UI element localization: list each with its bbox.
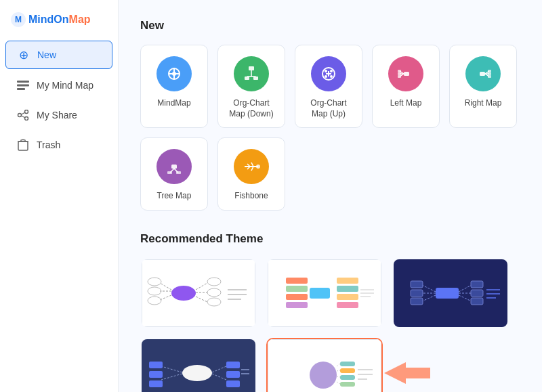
tree-map-icon <box>157 149 192 184</box>
svg-rect-31 <box>404 72 409 76</box>
template-grid: MindMap Org-Chart Map (Down) Org-Chart M… <box>140 45 520 211</box>
svg-point-18 <box>172 72 176 76</box>
template-card-left-map[interactable]: Left Map <box>372 45 440 128</box>
svg-point-60 <box>148 287 161 295</box>
theme-card-1[interactable] <box>140 258 257 328</box>
theme-card-4[interactable] <box>140 338 257 392</box>
fishbone-label: Fishbone <box>234 191 268 202</box>
svg-line-120 <box>337 376 340 377</box>
svg-line-121 <box>337 382 340 384</box>
svg-rect-92 <box>471 281 483 288</box>
svg-rect-80 <box>337 302 358 308</box>
svg-rect-72 <box>310 288 330 299</box>
svg-rect-73 <box>286 278 308 284</box>
svg-rect-44 <box>488 75 491 78</box>
trash-icon <box>16 138 30 152</box>
svg-rect-110 <box>226 380 240 387</box>
svg-rect-94 <box>471 290 483 297</box>
svg-rect-35 <box>398 70 401 72</box>
sidebar-item-my-mind-map-label: My Mind Map <box>37 80 93 91</box>
main-content: New MindMap Org-Chart Map (Down) Org-Cha… <box>119 0 542 392</box>
svg-rect-79 <box>337 294 358 300</box>
mindmap-icon <box>157 56 192 91</box>
svg-point-66 <box>207 288 221 297</box>
svg-rect-38 <box>480 72 485 76</box>
theme-card-5-wrap <box>266 338 383 392</box>
svg-line-118 <box>337 364 340 366</box>
svg-point-68 <box>207 298 221 306</box>
template-card-right-map[interactable]: Right Map <box>449 45 517 128</box>
svg-line-91 <box>459 285 472 292</box>
template-card-mindmap[interactable]: MindMap <box>140 45 208 128</box>
svg-line-57 <box>160 283 171 290</box>
left-map-icon <box>388 56 423 91</box>
svg-rect-3 <box>17 85 29 87</box>
svg-point-28 <box>330 70 333 72</box>
svg-rect-48 <box>167 171 172 174</box>
my-mind-map-icon <box>16 79 30 92</box>
svg-line-9 <box>21 116 24 118</box>
svg-line-95 <box>459 295 472 301</box>
org-chart-down-icon <box>234 56 269 91</box>
svg-rect-84 <box>436 288 459 299</box>
logo: M MindOnMap <box>0 8 118 39</box>
sidebar-item-new[interactable]: ⊕ New <box>5 41 112 69</box>
org-chart-up-label: Org-Chart Map (Up) <box>302 98 355 119</box>
svg-point-55 <box>256 165 260 169</box>
sidebar-item-my-share[interactable]: My Share <box>5 102 112 129</box>
svg-rect-45 <box>171 165 177 169</box>
svg-point-30 <box>330 75 333 78</box>
svg-line-85 <box>422 285 436 292</box>
sidebar-item-trash-label: Trash <box>37 139 60 150</box>
mindmap-label: MindMap <box>157 98 190 109</box>
arrow-indicator <box>384 360 430 387</box>
template-card-tree-map[interactable]: Tree Map <box>140 137 208 211</box>
svg-point-5 <box>25 110 28 114</box>
svg-rect-76 <box>286 302 308 308</box>
template-card-org-chart-down[interactable]: Org-Chart Map (Down) <box>217 45 285 128</box>
svg-line-101 <box>161 366 182 372</box>
svg-rect-88 <box>411 290 423 297</box>
svg-rect-74 <box>286 286 308 292</box>
svg-rect-49 <box>176 171 181 174</box>
svg-line-102 <box>161 374 182 380</box>
right-map-label: Right Map <box>465 98 502 109</box>
svg-rect-109 <box>226 371 240 378</box>
sidebar-item-trash[interactable]: Trash <box>5 131 112 158</box>
svg-rect-78 <box>337 286 358 292</box>
svg-point-62 <box>148 297 161 305</box>
my-share-icon <box>16 108 30 122</box>
recommended-section-title: Recommended Theme <box>140 232 520 246</box>
template-card-org-chart-up[interactable]: Org-Chart Map (Up) <box>295 45 362 128</box>
svg-rect-115 <box>340 368 355 373</box>
svg-point-64 <box>207 278 221 286</box>
svg-point-100 <box>182 365 212 381</box>
right-map-icon <box>465 56 501 91</box>
theme-card-2[interactable] <box>266 258 383 328</box>
svg-rect-105 <box>149 380 163 387</box>
svg-line-63 <box>196 283 207 290</box>
svg-rect-36 <box>398 72 401 75</box>
org-chart-down-label: Org-Chart Map (Down) <box>225 98 278 119</box>
svg-point-6 <box>25 117 28 121</box>
sidebar-item-my-mind-map[interactable]: My Mind Map <box>5 72 112 99</box>
svg-rect-104 <box>149 371 163 378</box>
svg-rect-117 <box>340 382 355 387</box>
template-card-fishbone[interactable]: Fishbone <box>217 137 285 211</box>
svg-line-119 <box>337 370 340 371</box>
svg-rect-10 <box>18 141 28 150</box>
svg-rect-108 <box>226 362 240 368</box>
theme-card-5[interactable] <box>266 338 383 392</box>
svg-rect-96 <box>471 298 483 305</box>
svg-point-113 <box>310 362 337 389</box>
logo-text: MindOnMap <box>28 14 91 26</box>
fishbone-icon <box>234 149 269 184</box>
svg-rect-37 <box>398 75 401 78</box>
theme-card-3[interactable] <box>392 258 509 328</box>
svg-point-58 <box>148 278 161 286</box>
svg-rect-86 <box>411 281 423 288</box>
svg-line-61 <box>160 295 171 300</box>
svg-rect-2 <box>17 81 29 83</box>
sidebar: M MindOnMap ⊕ New My Mind Map My Share T… <box>0 0 119 392</box>
svg-rect-75 <box>286 294 308 300</box>
